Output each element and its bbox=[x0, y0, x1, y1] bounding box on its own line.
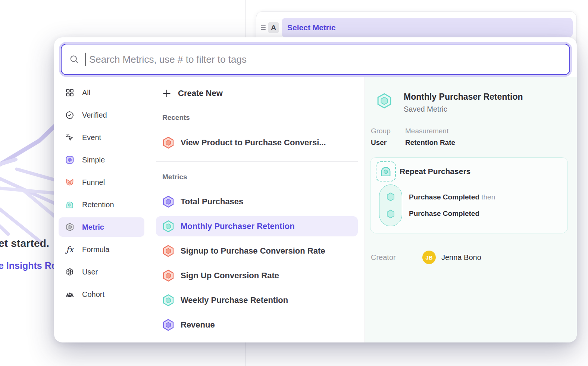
select-metric-button[interactable]: Select Metric bbox=[282, 18, 573, 37]
sidebar-item-user[interactable]: User bbox=[59, 262, 144, 282]
metric-hexagon-icon bbox=[162, 136, 175, 149]
sidebar-item-funnel[interactable]: Funnel bbox=[59, 173, 144, 192]
saved-metric-hexagon-icon bbox=[376, 92, 392, 110]
step-connector: then bbox=[479, 193, 495, 201]
metric-hexagon-icon bbox=[162, 245, 175, 257]
verified-seal-icon bbox=[65, 111, 74, 120]
background-get-started-heading: et started. bbox=[0, 238, 49, 249]
metric-list-column: Create New Recents View Product to Purch… bbox=[149, 77, 365, 342]
background-insights-link[interactable]: e Insights Re bbox=[0, 260, 57, 271]
step-hexagon-icon bbox=[385, 209, 396, 219]
search-field[interactable] bbox=[61, 44, 570, 75]
metrics-section-header: Metrics bbox=[162, 173, 365, 181]
funnel-icon bbox=[65, 178, 74, 187]
cohort-people-icon bbox=[65, 290, 74, 299]
funnel-steps-capsule bbox=[379, 184, 402, 226]
definition-card: Repeat Purchasers bbox=[370, 157, 568, 233]
measurement-value: Retention Rate bbox=[405, 139, 455, 147]
series-badge[interactable]: A bbox=[268, 22, 279, 33]
metric-list-item-selected[interactable]: Monthly Purchaser Retention bbox=[156, 216, 358, 236]
creator-name: Jenna Bono bbox=[441, 253, 481, 262]
select-metric-label: Select Metric bbox=[287, 23, 336, 32]
creator-avatar: JB bbox=[422, 251, 436, 264]
search-input[interactable] bbox=[88, 53, 569, 66]
simple-icon bbox=[65, 155, 74, 164]
step-2-event: Purchase Completed bbox=[409, 210, 495, 218]
retention-arch-icon bbox=[65, 200, 74, 209]
metric-hexagon-icon bbox=[162, 220, 175, 233]
page-background: et started. e Insights Re A Select Metri… bbox=[0, 0, 588, 366]
metric-hexagon-icon bbox=[65, 223, 74, 232]
user-cluster-icon bbox=[65, 267, 74, 276]
metric-detail-panel: Monthly Purchaser Retention Saved Metric… bbox=[365, 77, 577, 342]
sidebar-item-formula[interactable]: ƒx Formula bbox=[59, 240, 144, 259]
metric-hexagon-icon bbox=[162, 294, 175, 307]
step-1-event: Purchase Completed bbox=[409, 193, 479, 201]
group-label: Group bbox=[371, 127, 396, 135]
sidebar-item-metric[interactable]: Metric bbox=[59, 217, 144, 237]
plus-icon bbox=[162, 89, 172, 98]
formula-icon: ƒx bbox=[65, 245, 74, 254]
text-cursor bbox=[85, 53, 86, 66]
detail-subtitle: Saved Metric bbox=[404, 105, 523, 114]
metric-list-item[interactable]: Sign Up Conversion Rate bbox=[156, 266, 358, 286]
type-filter-sidebar: All Verified Event bbox=[54, 77, 149, 342]
metric-list-item[interactable]: Weekly Purchase Retention bbox=[156, 290, 358, 310]
metric-list-item[interactable]: Revenue bbox=[156, 315, 358, 335]
metric-selector-modal: All Verified Event bbox=[54, 37, 577, 342]
step-hexagon-icon bbox=[385, 192, 396, 202]
metric-hexagon-icon bbox=[162, 269, 175, 282]
drag-handle-icon[interactable] bbox=[259, 25, 268, 30]
sidebar-item-cohort[interactable]: Cohort bbox=[59, 285, 144, 304]
definition-dashed-icon bbox=[376, 161, 396, 182]
measurement-label: Measurement bbox=[405, 127, 455, 135]
list-divider bbox=[156, 161, 358, 162]
metric-hexagon-icon bbox=[162, 319, 175, 331]
sidebar-item-all[interactable]: All bbox=[59, 83, 144, 102]
sidebar-item-event[interactable]: Event bbox=[59, 128, 144, 147]
metric-list-item[interactable]: Signup to Purchase Conversion Rate bbox=[156, 241, 358, 261]
sidebar-item-simple[interactable]: Simple bbox=[59, 150, 144, 170]
grid-icon bbox=[65, 88, 74, 97]
search-icon bbox=[69, 54, 79, 65]
group-value: User bbox=[371, 139, 396, 147]
create-new-button[interactable]: Create New bbox=[156, 83, 358, 104]
sidebar-item-verified[interactable]: Verified bbox=[59, 105, 144, 125]
sidebar-item-retention[interactable]: Retention bbox=[59, 195, 144, 214]
creator-label: Creator bbox=[371, 253, 422, 262]
definition-name: Repeat Purchasers bbox=[400, 167, 470, 176]
search-focus-ring bbox=[59, 42, 572, 77]
retention-arch-icon bbox=[379, 165, 392, 178]
event-cursor-icon bbox=[65, 133, 74, 142]
recent-item[interactable]: View Product to Purchase Conversi... bbox=[156, 132, 358, 153]
recents-section-header: Recents bbox=[162, 114, 365, 122]
metric-list-item[interactable]: Total Purchases bbox=[156, 192, 358, 212]
detail-title: Monthly Purchaser Retention bbox=[404, 92, 523, 102]
metric-hexagon-icon bbox=[162, 195, 175, 208]
